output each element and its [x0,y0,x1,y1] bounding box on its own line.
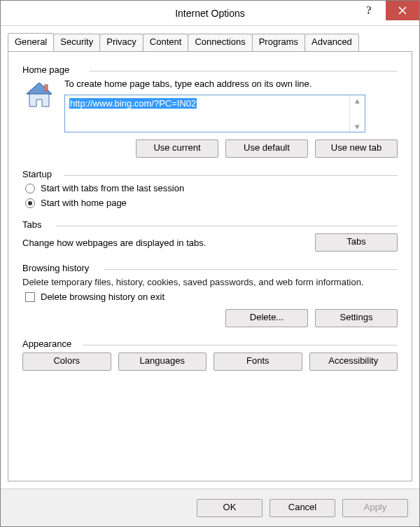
group-label-history: Browsing history [22,263,398,273]
radio-label: Start with home page [41,198,127,208]
titlebar: Internet Options ? [1,1,419,26]
accessibility-button[interactable]: Accessibility [309,353,398,371]
scroll-up-icon: ▴ [355,95,360,106]
checkbox-label: Delete browsing history on exit [41,292,164,302]
dialog-footer: OK Cancel Apply [1,488,419,526]
tab-security[interactable]: Security [53,34,100,52]
colors-button[interactable]: Colors [22,353,111,371]
group-tabs: Tabs Change how webpages are displayed i… [22,219,398,252]
settings-button[interactable]: Settings [315,309,398,327]
tab-general[interactable]: General [8,33,54,51]
group-label-tabs: Tabs [22,219,398,230]
fonts-button[interactable]: Fonts [214,353,302,371]
radio-last-session[interactable]: Start with tabs from the last session [25,183,398,193]
ok-button[interactable]: OK [197,499,262,517]
apply-button[interactable]: Apply [342,499,408,517]
group-homepage: Home page To create home page tabs, type… [22,64,398,158]
tab-content[interactable]: Content [143,34,189,52]
homepage-url-input[interactable]: http://www.bing.com/?PC=IN02 ▴ ▾ [64,95,365,132]
divider [90,71,398,71]
checkbox-icon [25,292,35,302]
tab-connections[interactable]: Connections [188,34,252,52]
radio-label: Start with tabs from the last session [41,183,184,193]
tab-privacy[interactable]: Privacy [99,34,144,52]
homepage-instruction: To create home page tabs, type each addr… [64,78,398,89]
tab-programs[interactable]: Programs [252,34,305,52]
divider [56,226,398,226]
tab-advanced[interactable]: Advanced [304,34,359,52]
history-desc: Delete temporary files, history, cookies… [22,277,398,287]
help-button[interactable]: ? [352,1,386,20]
group-label-homepage: Home page [22,64,398,75]
group-label-startup: Startup [22,169,398,179]
tabs-desc: Change how webpages are displayed in tab… [22,238,305,248]
group-appearance: Appearance Colors Languages Fonts Access… [22,338,398,371]
cancel-button[interactable]: Cancel [270,499,335,517]
homepage-url-value: http://www.bing.com/?PC=IN02 [69,98,197,109]
languages-button[interactable]: Languages [118,353,207,371]
close-icon [398,6,407,15]
tab-panel-general: Home page To create home page tabs, type… [8,51,412,481]
use-default-button[interactable]: Use default [225,139,308,158]
scroll-down-icon: ▾ [355,121,360,132]
window-title: Internet Options [175,8,245,19]
title-controls: ? [352,1,419,20]
dialog-body: General Security Privacy Content Connect… [1,26,419,488]
divider [83,345,398,345]
radio-home-page[interactable]: Start with home page [25,198,398,208]
divider [64,175,398,176]
tabs-button[interactable]: Tabs [315,233,398,252]
radio-icon [25,184,35,193]
delete-on-exit-checkbox[interactable]: Delete browsing history on exit [25,292,398,302]
divider [104,269,398,270]
use-current-button[interactable]: Use current [136,139,218,158]
group-label-appearance: Appearance [22,338,398,349]
group-history: Browsing history Delete temporary files,… [22,263,398,327]
radio-icon [25,198,35,208]
svg-rect-2 [45,85,48,91]
svg-marker-1 [27,83,52,94]
close-button[interactable] [386,1,419,20]
textarea-scrollbar[interactable]: ▴ ▾ [349,95,365,132]
home-icon [22,78,56,112]
delete-button[interactable]: Delete... [225,309,308,327]
use-new-tab-button[interactable]: Use new tab [315,139,398,158]
internet-options-dialog: Internet Options ? General Security Priv… [0,0,420,527]
tab-strip: General Security Privacy Content Connect… [8,33,412,51]
group-startup: Startup Start with tabs from the last se… [22,169,398,208]
